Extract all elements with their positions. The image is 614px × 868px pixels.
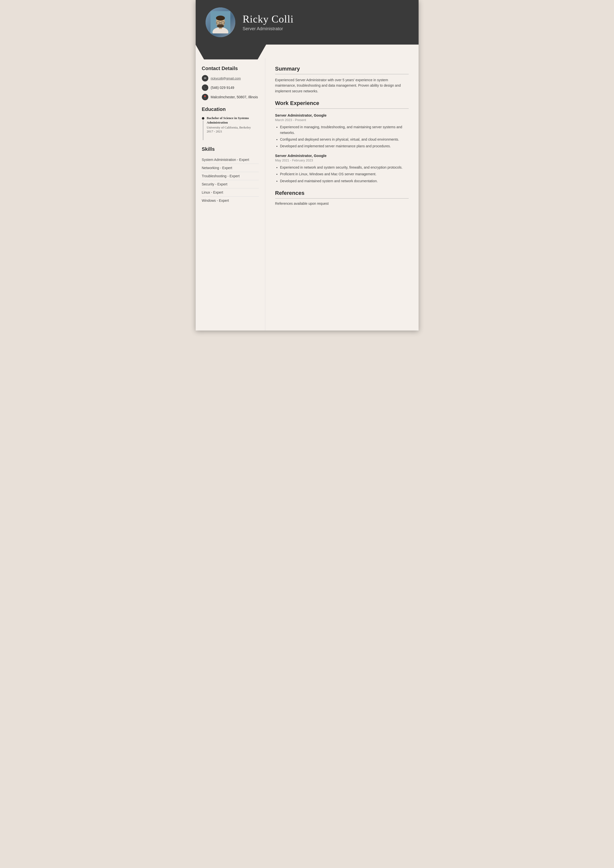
chevron-shape bbox=[196, 45, 266, 59]
job-title-1: Server Administrator, Google bbox=[275, 153, 409, 158]
education-section-title: Education bbox=[202, 107, 259, 112]
contact-email-item: ✉ rickycolli@gmail.com bbox=[202, 75, 259, 81]
education-content: Bachelor of Science in Systems Administr… bbox=[207, 116, 259, 140]
contact-section-title: Contact Details bbox=[202, 66, 259, 71]
summary-text: Experienced Server Administrator with ov… bbox=[275, 77, 409, 94]
bullet-item: Proficient in Linux, Windows and Mac OS … bbox=[280, 171, 409, 177]
references-section-title: References bbox=[275, 190, 409, 198]
location-icon: 📍 bbox=[202, 94, 208, 100]
svg-point-6 bbox=[216, 16, 225, 20]
job-date-1: May 2021 - February 2023 bbox=[275, 158, 409, 162]
email-icon: ✉ bbox=[202, 75, 208, 81]
skills-section-title: Skills bbox=[202, 146, 259, 152]
skill-item: Linux - Expert bbox=[202, 188, 259, 197]
avatar-image bbox=[205, 8, 235, 37]
education-school: University of California, Berkeley bbox=[207, 126, 259, 130]
bullet-item: Developed and maintained system and netw… bbox=[280, 178, 409, 184]
bullet-item: Experienced in managing, troubleshooting… bbox=[280, 124, 409, 135]
header-section: Ricky Colli Server Administrator bbox=[196, 0, 418, 45]
skills-list: System Administration - ExpertNetworking… bbox=[202, 156, 259, 205]
bullet-item: Developed and implemented server mainten… bbox=[280, 143, 409, 149]
bullet-item: Experienced in network and system securi… bbox=[280, 164, 409, 170]
header-info: Ricky Colli Server Administrator bbox=[243, 13, 409, 31]
work-experience-section-title: Work Experience bbox=[275, 100, 409, 108]
references-text: References available upon request bbox=[275, 202, 409, 206]
candidate-title: Server Administrator bbox=[243, 26, 409, 31]
phone-icon: 📞 bbox=[202, 84, 208, 91]
education-bullet-col bbox=[202, 116, 204, 140]
summary-section-title: Summary bbox=[275, 66, 409, 74]
phone-value: (546) 029 9149 bbox=[211, 86, 234, 90]
svg-point-7 bbox=[217, 24, 224, 28]
candidate-name: Ricky Colli bbox=[243, 13, 409, 25]
education-item: Bachelor of Science in Systems Administr… bbox=[202, 116, 259, 140]
skill-item: Windows - Expert bbox=[202, 197, 259, 205]
education-degree: Bachelor of Science in Systems Administr… bbox=[207, 116, 259, 125]
bullet-item: Configured and deployed servers in physi… bbox=[280, 136, 409, 142]
job-bullets-0: Experienced in managing, troubleshooting… bbox=[275, 124, 409, 149]
sidebar: Contact Details ✉ rickycolli@gmail.com 📞… bbox=[196, 58, 265, 330]
skill-item: System Administration - Expert bbox=[202, 156, 259, 164]
job-title-0: Server Administrator, Google bbox=[275, 113, 409, 117]
resume-document: Ricky Colli Server Administrator Contact… bbox=[196, 0, 418, 330]
jobs-container: Server Administrator, GoogleMarch 2023 -… bbox=[275, 113, 409, 184]
avatar bbox=[205, 8, 235, 37]
education-year: 2017 - 2021 bbox=[207, 130, 259, 133]
location-value: Malcolmchester, 50807, Illinois bbox=[211, 95, 258, 99]
education-line bbox=[203, 120, 204, 140]
content-area: Contact Details ✉ rickycolli@gmail.com 📞… bbox=[196, 58, 418, 330]
job-date-0: March 2023 - Present bbox=[275, 118, 409, 122]
skill-item: Networking - Expert bbox=[202, 164, 259, 172]
job-bullets-1: Experienced in network and system securi… bbox=[275, 164, 409, 184]
main-content: Summary Experienced Server Administrator… bbox=[265, 58, 418, 330]
email-value: rickycolli@gmail.com bbox=[211, 76, 241, 80]
skill-item: Troubleshooting - Expert bbox=[202, 172, 259, 180]
education-dot bbox=[202, 117, 204, 119]
chevron-decoration bbox=[196, 45, 418, 58]
contact-phone-item: 📞 (546) 029 9149 bbox=[202, 84, 259, 91]
contact-location-item: 📍 Malcolmchester, 50807, Illinois bbox=[202, 94, 259, 100]
skill-item: Security - Expert bbox=[202, 180, 259, 188]
